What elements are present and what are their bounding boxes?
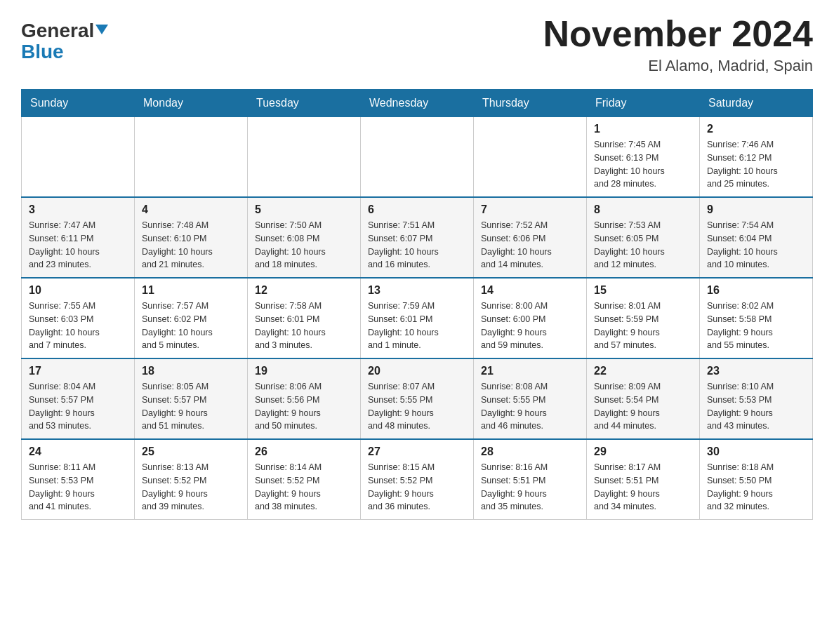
table-row: 28Sunrise: 8:16 AM Sunset: 5:51 PM Dayli… (474, 439, 587, 520)
calendar-week-row: 1Sunrise: 7:45 AM Sunset: 6:13 PM Daylig… (22, 117, 813, 198)
day-info: Sunrise: 7:58 AM Sunset: 6:01 PM Dayligh… (255, 300, 353, 352)
table-row: 3Sunrise: 7:47 AM Sunset: 6:11 PM Daylig… (22, 197, 135, 278)
day-info: Sunrise: 7:50 AM Sunset: 6:08 PM Dayligh… (255, 219, 353, 271)
day-info: Sunrise: 8:08 AM Sunset: 5:55 PM Dayligh… (481, 380, 579, 433)
day-number: 20 (368, 365, 466, 377)
day-number: 13 (368, 284, 466, 297)
day-info: Sunrise: 8:13 AM Sunset: 5:52 PM Dayligh… (142, 461, 240, 514)
month-title: November 2024 (543, 14, 813, 54)
day-number: 28 (481, 445, 579, 458)
day-number: 5 (255, 203, 353, 216)
calendar-week-row: 10Sunrise: 7:55 AM Sunset: 6:03 PM Dayli… (22, 278, 813, 358)
day-number: 3 (29, 203, 127, 216)
day-number: 24 (29, 445, 127, 458)
table-row: 18Sunrise: 8:05 AM Sunset: 5:57 PM Dayli… (135, 358, 248, 439)
day-number: 29 (594, 445, 692, 458)
table-row: 1Sunrise: 7:45 AM Sunset: 6:13 PM Daylig… (587, 117, 700, 198)
table-row: 2Sunrise: 7:46 AM Sunset: 6:12 PM Daylig… (700, 117, 813, 198)
day-number: 26 (255, 445, 353, 458)
day-number: 19 (255, 365, 353, 377)
table-row: 5Sunrise: 7:50 AM Sunset: 6:08 PM Daylig… (248, 197, 361, 278)
day-number: 18 (142, 365, 240, 377)
table-row (474, 117, 587, 198)
day-info: Sunrise: 8:00 AM Sunset: 6:00 PM Dayligh… (481, 300, 579, 352)
day-info: Sunrise: 8:06 AM Sunset: 5:56 PM Dayligh… (255, 380, 353, 433)
page-header: General Blue November 2024 El Alamo, Mad… (21, 14, 813, 75)
table-row: 11Sunrise: 7:57 AM Sunset: 6:02 PM Dayli… (135, 278, 248, 358)
day-number: 25 (142, 445, 240, 458)
header-friday: Friday (587, 90, 700, 117)
table-row: 4Sunrise: 7:48 AM Sunset: 6:10 PM Daylig… (135, 197, 248, 278)
day-info: Sunrise: 8:10 AM Sunset: 5:53 PM Dayligh… (707, 380, 805, 433)
table-row: 10Sunrise: 7:55 AM Sunset: 6:03 PM Dayli… (22, 278, 135, 358)
logo-general: General (21, 21, 108, 41)
day-info: Sunrise: 8:11 AM Sunset: 5:53 PM Dayligh… (29, 461, 127, 514)
day-number: 14 (481, 284, 579, 297)
day-info: Sunrise: 7:45 AM Sunset: 6:13 PM Dayligh… (594, 138, 692, 191)
header-monday: Monday (135, 90, 248, 117)
header-sunday: Sunday (22, 90, 135, 117)
header-wednesday: Wednesday (361, 90, 474, 117)
day-number: 17 (29, 365, 127, 377)
title-section: November 2024 El Alamo, Madrid, Spain (543, 14, 813, 75)
table-row: 23Sunrise: 8:10 AM Sunset: 5:53 PM Dayli… (700, 358, 813, 439)
table-row: 15Sunrise: 8:01 AM Sunset: 5:59 PM Dayli… (587, 278, 700, 358)
day-info: Sunrise: 7:53 AM Sunset: 6:05 PM Dayligh… (594, 219, 692, 271)
table-row: 19Sunrise: 8:06 AM Sunset: 5:56 PM Dayli… (248, 358, 361, 439)
day-number: 23 (707, 365, 805, 377)
day-info: Sunrise: 7:59 AM Sunset: 6:01 PM Dayligh… (368, 300, 466, 352)
day-number: 7 (481, 203, 579, 216)
table-row: 20Sunrise: 8:07 AM Sunset: 5:55 PM Dayli… (361, 358, 474, 439)
day-number: 1 (594, 123, 692, 135)
day-info: Sunrise: 7:55 AM Sunset: 6:03 PM Dayligh… (29, 300, 127, 352)
calendar-table: Sunday Monday Tuesday Wednesday Thursday… (21, 89, 813, 520)
table-row (361, 117, 474, 198)
day-info: Sunrise: 7:51 AM Sunset: 6:07 PM Dayligh… (368, 219, 466, 271)
logo-blue: Blue (21, 42, 64, 62)
table-row: 6Sunrise: 7:51 AM Sunset: 6:07 PM Daylig… (361, 197, 474, 278)
day-info: Sunrise: 8:05 AM Sunset: 5:57 PM Dayligh… (142, 380, 240, 433)
day-number: 2 (707, 123, 805, 135)
day-info: Sunrise: 8:15 AM Sunset: 5:52 PM Dayligh… (368, 461, 466, 514)
table-row: 7Sunrise: 7:52 AM Sunset: 6:06 PM Daylig… (474, 197, 587, 278)
day-info: Sunrise: 8:16 AM Sunset: 5:51 PM Dayligh… (481, 461, 579, 514)
table-row (22, 117, 135, 198)
table-row: 13Sunrise: 7:59 AM Sunset: 6:01 PM Dayli… (361, 278, 474, 358)
day-info: Sunrise: 8:02 AM Sunset: 5:58 PM Dayligh… (707, 300, 805, 352)
day-number: 8 (594, 203, 692, 216)
table-row: 12Sunrise: 7:58 AM Sunset: 6:01 PM Dayli… (248, 278, 361, 358)
header-saturday: Saturday (700, 90, 813, 117)
table-row: 22Sunrise: 8:09 AM Sunset: 5:54 PM Dayli… (587, 358, 700, 439)
day-number: 27 (368, 445, 466, 458)
table-row: 24Sunrise: 8:11 AM Sunset: 5:53 PM Dayli… (22, 439, 135, 520)
table-row: 27Sunrise: 8:15 AM Sunset: 5:52 PM Dayli… (361, 439, 474, 520)
day-number: 16 (707, 284, 805, 297)
table-row: 9Sunrise: 7:54 AM Sunset: 6:04 PM Daylig… (700, 197, 813, 278)
day-number: 9 (707, 203, 805, 216)
table-row: 16Sunrise: 8:02 AM Sunset: 5:58 PM Dayli… (700, 278, 813, 358)
day-info: Sunrise: 8:01 AM Sunset: 5:59 PM Dayligh… (594, 300, 692, 352)
table-row: 17Sunrise: 8:04 AM Sunset: 5:57 PM Dayli… (22, 358, 135, 439)
day-number: 30 (707, 445, 805, 458)
day-info: Sunrise: 8:14 AM Sunset: 5:52 PM Dayligh… (255, 461, 353, 514)
day-number: 6 (368, 203, 466, 216)
day-number: 12 (255, 284, 353, 297)
calendar-week-row: 24Sunrise: 8:11 AM Sunset: 5:53 PM Dayli… (22, 439, 813, 520)
logo: General Blue (21, 14, 108, 62)
calendar-week-row: 17Sunrise: 8:04 AM Sunset: 5:57 PM Dayli… (22, 358, 813, 439)
day-number: 22 (594, 365, 692, 377)
table-row: 21Sunrise: 8:08 AM Sunset: 5:55 PM Dayli… (474, 358, 587, 439)
header-thursday: Thursday (474, 90, 587, 117)
table-row: 25Sunrise: 8:13 AM Sunset: 5:52 PM Dayli… (135, 439, 248, 520)
day-info: Sunrise: 7:48 AM Sunset: 6:10 PM Dayligh… (142, 219, 240, 271)
day-info: Sunrise: 8:18 AM Sunset: 5:50 PM Dayligh… (707, 461, 805, 514)
day-number: 11 (142, 284, 240, 297)
header-tuesday: Tuesday (248, 90, 361, 117)
table-row: 30Sunrise: 8:18 AM Sunset: 5:50 PM Dayli… (700, 439, 813, 520)
logo-triangle-icon (95, 25, 108, 34)
day-info: Sunrise: 7:46 AM Sunset: 6:12 PM Dayligh… (707, 138, 805, 191)
table-row: 26Sunrise: 8:14 AM Sunset: 5:52 PM Dayli… (248, 439, 361, 520)
day-info: Sunrise: 8:17 AM Sunset: 5:51 PM Dayligh… (594, 461, 692, 514)
location-title: El Alamo, Madrid, Spain (543, 57, 813, 75)
day-number: 10 (29, 284, 127, 297)
